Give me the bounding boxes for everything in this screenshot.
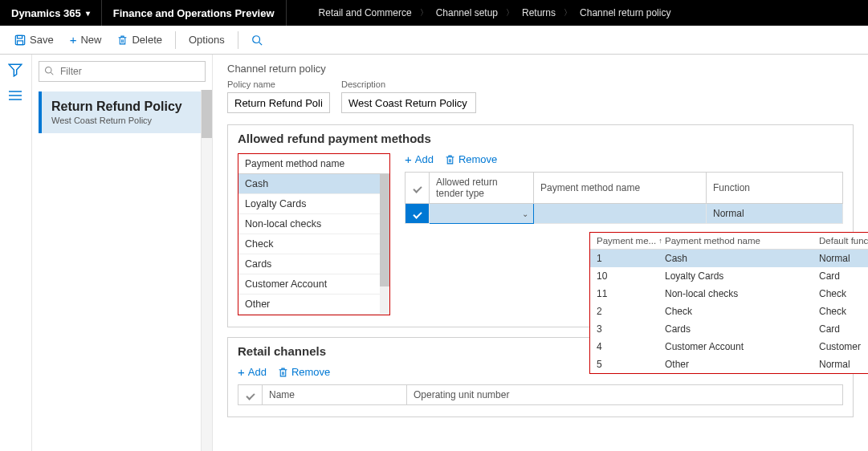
lookup-row[interactable]: 2 Check Check [590,303,868,320]
policy-item-title: Return Refund Policy [51,100,196,114]
lookup-row[interactable]: 3 Cards Card [590,320,868,338]
tender-type-dropdown[interactable]: ⌄ [430,204,534,224]
payment-method-list: Payment method name Cash Loyalty Cards N… [238,153,390,315]
svg-rect-1 [18,35,22,39]
breadcrumb-item[interactable]: Channel setup [436,7,498,18]
lookup-column-header[interactable]: Payment method name [665,236,819,246]
trash-icon [278,367,288,378]
save-icon [14,35,26,46]
lookup-row[interactable]: 1 Cash Normal [590,250,868,267]
payment-method-item[interactable]: Check [238,234,389,254]
tender-grid-area: + Add Remove Allowed return tender [405,153,843,224]
trash-icon [445,154,455,165]
breadcrumb-item[interactable]: Channel return policy [580,7,670,18]
column-header[interactable]: Allowed return tender type [430,173,534,204]
header-fields: Policy name Description [227,79,854,113]
remove-button[interactable]: Remove [278,366,330,378]
lookup-row[interactable]: 11 Non-local checks Check [590,285,868,303]
divider [238,31,238,49]
chevron-right-icon: 〉 [564,7,572,18]
top-bar: Dynamics 365 ▾ Finance and Operations Pr… [0,0,868,26]
add-button[interactable]: + Add [405,153,434,165]
policy-name-field: Policy name [227,79,330,113]
breadcrumb-item[interactable]: Returns [522,7,556,18]
policy-list-item[interactable]: Return Refund Policy West Coast Return P… [39,91,206,133]
column-header[interactable]: Operating unit number [407,385,843,405]
payment-method-items: Cash Loyalty Cards Non-local checks Chec… [238,174,389,315]
section-title: Allowed refund payment methods [238,132,843,145]
policy-name-input[interactable] [227,92,330,113]
new-button[interactable]: + New [63,30,108,49]
module-title: Finance and Operations Preview [102,0,287,26]
page-title: Channel return policy [227,63,854,75]
filter-input[interactable] [39,61,206,82]
save-button[interactable]: Save [8,30,60,49]
app-name: Dynamics 365 [11,7,81,19]
scrollbar[interactable] [201,90,212,451]
description-field: Description [341,79,476,113]
chevron-right-icon: 〉 [506,7,514,18]
svg-rect-2 [18,40,23,44]
breadcrumb-item[interactable]: Retail and Commerce [319,7,412,18]
lookup-popup: Payment me... ↑ Payment method name Defa… [589,232,868,374]
left-rail [0,55,32,451]
lookup-column-header[interactable]: Payment me... ↑ [597,236,665,246]
search-icon [251,35,263,46]
remove-button[interactable]: Remove [445,153,497,165]
payment-method-item[interactable]: Customer Account [238,274,389,295]
table-row[interactable]: ⌄ Normal [405,204,843,224]
main-area: Return Refund Policy West Coast Return P… [0,55,868,451]
description-input[interactable] [341,92,476,113]
lookup-row[interactable]: 10 Loyalty Cards Card [590,267,868,285]
payment-method-item[interactable]: Cards [238,254,389,274]
retail-grid: Name Operating unit number [238,384,843,405]
filter-icon [44,66,54,75]
function-cell: Normal [707,204,843,224]
list-pane-toggle[interactable] [8,90,24,106]
select-all-checkbox[interactable] [405,173,430,204]
navigation-list: Return Refund Policy West Coast Return P… [32,55,213,451]
options-button[interactable]: Options [182,30,231,49]
content-pane: Channel return policy Policy name Descri… [213,55,868,451]
divider [175,31,176,49]
payment-method-name-cell [534,204,707,224]
chevron-down-icon: ▾ [86,9,90,18]
payment-method-item[interactable]: Non-local checks [238,214,389,234]
chevron-right-icon: 〉 [420,7,428,18]
policy-name-label: Policy name [227,79,330,89]
column-header[interactable]: Name [263,385,407,405]
filter-wrapper [39,61,206,82]
app-switcher[interactable]: Dynamics 365 ▾ [0,0,102,26]
lookup-row[interactable]: 4 Customer Account Customer [590,338,868,356]
breadcrumb: Retail and Commerce 〉 Channel setup 〉 Re… [287,7,703,18]
plus-icon: + [405,153,412,165]
plus-icon: + [70,34,77,46]
plus-icon: + [238,366,245,378]
policy-item-subtitle: West Coast Return Policy [51,116,196,125]
column-header[interactable]: Payment method name [534,173,707,204]
delete-button[interactable]: Delete [111,30,169,49]
chevron-down-icon: ⌄ [522,209,528,218]
tender-grid: Allowed return tender type Payment metho… [405,172,843,224]
description-label: Description [341,79,476,89]
column-header[interactable]: Function [707,173,843,204]
payment-method-item[interactable]: Loyalty Cards [238,194,389,214]
add-button[interactable]: + Add [238,366,267,378]
payment-method-item[interactable]: Other [238,295,389,315]
filter-pane-toggle[interactable] [8,63,24,79]
select-all-checkbox[interactable] [238,385,263,405]
search-button[interactable] [245,31,269,49]
payment-method-item[interactable]: Cash [238,174,389,194]
svg-point-4 [46,67,52,74]
trash-icon [117,35,128,46]
lookup-header: Payment me... ↑ Payment method name Defa… [590,233,868,250]
svg-point-3 [253,35,260,43]
lookup-row[interactable]: 5 Other Normal [590,356,868,373]
lookup-column-header[interactable]: Default function [819,236,868,246]
grid-actions: + Add Remove [405,153,843,165]
scrollbar[interactable] [380,174,389,315]
row-checkbox[interactable] [405,204,430,224]
sort-asc-icon: ↑ [658,237,662,245]
allowed-refund-section: Allowed refund payment methods Payment m… [227,124,854,327]
payment-method-list-header[interactable]: Payment method name [238,154,389,174]
